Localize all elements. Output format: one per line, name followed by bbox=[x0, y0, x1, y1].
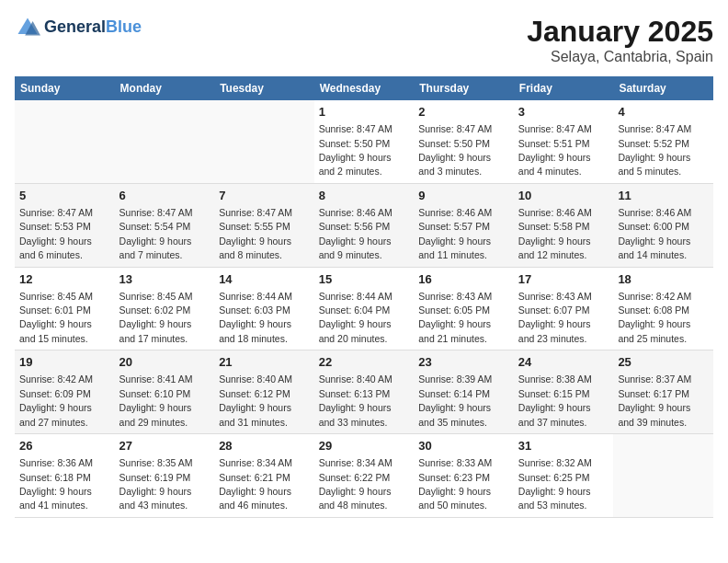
day-number: 9 bbox=[418, 188, 509, 204]
day-number: 30 bbox=[418, 438, 509, 454]
day-number: 19 bbox=[19, 354, 110, 371]
main-title: January 2025 bbox=[527, 15, 713, 49]
calendar-cell: 2Sunrise: 8:47 AM Sunset: 5:50 PM Daylig… bbox=[414, 100, 514, 183]
day-info: Sunrise: 8:47 AM Sunset: 5:51 PM Dayligh… bbox=[518, 123, 592, 177]
calendar-cell: 24Sunrise: 8:38 AM Sunset: 6:15 PM Dayli… bbox=[514, 350, 614, 434]
calendar-cell: 27Sunrise: 8:35 AM Sunset: 6:19 PM Dayli… bbox=[115, 434, 215, 518]
day-info: Sunrise: 8:47 AM Sunset: 5:53 PM Dayligh… bbox=[19, 207, 93, 260]
calendar-cell: 10Sunrise: 8:46 AM Sunset: 5:58 PM Dayli… bbox=[514, 183, 614, 267]
calendar-cell: 14Sunrise: 8:44 AM Sunset: 6:03 PM Dayli… bbox=[214, 267, 314, 350]
calendar-cell: 9Sunrise: 8:46 AM Sunset: 5:57 PM Daylig… bbox=[414, 183, 514, 267]
calendar-week-row: 5Sunrise: 8:47 AM Sunset: 5:53 PM Daylig… bbox=[15, 183, 713, 267]
day-info: Sunrise: 8:34 AM Sunset: 6:21 PM Dayligh… bbox=[219, 457, 292, 511]
day-info: Sunrise: 8:41 AM Sunset: 6:10 PM Dayligh… bbox=[119, 373, 193, 427]
day-number: 31 bbox=[518, 438, 609, 454]
day-number: 1 bbox=[319, 104, 410, 121]
title-block: January 2025 Selaya, Cantabria, Spain bbox=[527, 15, 713, 65]
day-number: 5 bbox=[19, 188, 110, 204]
day-number: 4 bbox=[618, 104, 709, 121]
logo-text: GeneralBlue bbox=[44, 18, 142, 37]
calendar-cell: 20Sunrise: 8:41 AM Sunset: 6:10 PM Dayli… bbox=[115, 350, 215, 434]
calendar-cell: 29Sunrise: 8:34 AM Sunset: 6:22 PM Dayli… bbox=[314, 434, 415, 518]
day-info: Sunrise: 8:40 AM Sunset: 6:13 PM Dayligh… bbox=[319, 373, 392, 427]
calendar-cell: 18Sunrise: 8:42 AM Sunset: 6:08 PM Dayli… bbox=[613, 267, 713, 350]
day-number: 23 bbox=[418, 354, 509, 371]
subtitle: Selaya, Cantabria, Spain bbox=[527, 49, 713, 65]
calendar-cell: 30Sunrise: 8:33 AM Sunset: 6:23 PM Dayli… bbox=[414, 434, 514, 518]
day-number: 14 bbox=[219, 271, 310, 288]
calendar-cell: 13Sunrise: 8:45 AM Sunset: 6:02 PM Dayli… bbox=[115, 267, 215, 350]
day-number: 17 bbox=[518, 271, 609, 288]
calendar-cell: 8Sunrise: 8:46 AM Sunset: 5:56 PM Daylig… bbox=[314, 183, 415, 267]
calendar-cell: 3Sunrise: 8:47 AM Sunset: 5:51 PM Daylig… bbox=[514, 100, 614, 183]
weekday-header: Monday bbox=[115, 76, 215, 100]
calendar-week-row: 19Sunrise: 8:42 AM Sunset: 6:09 PM Dayli… bbox=[15, 350, 713, 434]
weekday-header-row: SundayMondayTuesdayWednesdayThursdayFrid… bbox=[15, 76, 713, 100]
calendar-cell: 7Sunrise: 8:47 AM Sunset: 5:55 PM Daylig… bbox=[214, 183, 314, 267]
day-info: Sunrise: 8:45 AM Sunset: 6:01 PM Dayligh… bbox=[19, 291, 93, 344]
day-number: 8 bbox=[319, 188, 410, 204]
day-number: 3 bbox=[518, 104, 609, 121]
weekday-header: Tuesday bbox=[214, 76, 314, 100]
calendar-cell: 31Sunrise: 8:32 AM Sunset: 6:25 PM Dayli… bbox=[514, 434, 614, 518]
day-info: Sunrise: 8:35 AM Sunset: 6:19 PM Dayligh… bbox=[119, 457, 193, 511]
calendar-week-row: 26Sunrise: 8:36 AM Sunset: 6:18 PM Dayli… bbox=[15, 434, 713, 518]
day-info: Sunrise: 8:47 AM Sunset: 5:50 PM Dayligh… bbox=[418, 123, 492, 177]
day-number: 16 bbox=[418, 271, 509, 288]
day-info: Sunrise: 8:42 AM Sunset: 6:09 PM Dayligh… bbox=[19, 373, 93, 427]
day-info: Sunrise: 8:32 AM Sunset: 6:25 PM Dayligh… bbox=[518, 457, 592, 511]
logo-icon bbox=[15, 15, 40, 40]
calendar-cell: 23Sunrise: 8:39 AM Sunset: 6:14 PM Dayli… bbox=[414, 350, 514, 434]
calendar-cell: 28Sunrise: 8:34 AM Sunset: 6:21 PM Dayli… bbox=[214, 434, 314, 518]
day-info: Sunrise: 8:43 AM Sunset: 6:05 PM Dayligh… bbox=[418, 291, 492, 344]
weekday-header: Thursday bbox=[414, 76, 514, 100]
day-number: 11 bbox=[618, 188, 709, 204]
day-number: 13 bbox=[119, 271, 210, 288]
page-header: GeneralBlue January 2025 Selaya, Cantabr… bbox=[15, 15, 713, 65]
day-info: Sunrise: 8:36 AM Sunset: 6:18 PM Dayligh… bbox=[19, 457, 93, 511]
calendar-cell: 19Sunrise: 8:42 AM Sunset: 6:09 PM Dayli… bbox=[15, 350, 115, 434]
logo: GeneralBlue bbox=[15, 15, 142, 40]
day-number: 18 bbox=[618, 271, 709, 288]
day-info: Sunrise: 8:46 AM Sunset: 6:00 PM Dayligh… bbox=[618, 207, 691, 260]
weekday-header: Wednesday bbox=[314, 76, 415, 100]
calendar-cell: 6Sunrise: 8:47 AM Sunset: 5:54 PM Daylig… bbox=[115, 183, 215, 267]
calendar-cell: 21Sunrise: 8:40 AM Sunset: 6:12 PM Dayli… bbox=[214, 350, 314, 434]
day-number: 2 bbox=[418, 104, 509, 121]
calendar-cell: 15Sunrise: 8:44 AM Sunset: 6:04 PM Dayli… bbox=[314, 267, 415, 350]
calendar-cell bbox=[15, 100, 115, 183]
calendar-week-row: 1Sunrise: 8:47 AM Sunset: 5:50 PM Daylig… bbox=[15, 100, 713, 183]
day-info: Sunrise: 8:47 AM Sunset: 5:54 PM Dayligh… bbox=[119, 207, 193, 260]
calendar-cell: 1Sunrise: 8:47 AM Sunset: 5:50 PM Daylig… bbox=[314, 100, 415, 183]
calendar-cell: 4Sunrise: 8:47 AM Sunset: 5:52 PM Daylig… bbox=[613, 100, 713, 183]
weekday-header: Friday bbox=[514, 76, 614, 100]
calendar-cell: 17Sunrise: 8:43 AM Sunset: 6:07 PM Dayli… bbox=[514, 267, 614, 350]
calendar-cell: 25Sunrise: 8:37 AM Sunset: 6:17 PM Dayli… bbox=[613, 350, 713, 434]
calendar-cell: 11Sunrise: 8:46 AM Sunset: 6:00 PM Dayli… bbox=[613, 183, 713, 267]
weekday-header: Saturday bbox=[613, 76, 713, 100]
day-info: Sunrise: 8:42 AM Sunset: 6:08 PM Dayligh… bbox=[618, 291, 691, 344]
day-number: 29 bbox=[319, 438, 410, 454]
day-info: Sunrise: 8:38 AM Sunset: 6:15 PM Dayligh… bbox=[518, 373, 592, 427]
day-info: Sunrise: 8:47 AM Sunset: 5:55 PM Dayligh… bbox=[219, 207, 292, 260]
day-info: Sunrise: 8:39 AM Sunset: 6:14 PM Dayligh… bbox=[418, 373, 492, 427]
day-info: Sunrise: 8:37 AM Sunset: 6:17 PM Dayligh… bbox=[618, 373, 691, 427]
day-number: 21 bbox=[219, 354, 310, 371]
day-info: Sunrise: 8:46 AM Sunset: 5:57 PM Dayligh… bbox=[418, 207, 492, 260]
day-info: Sunrise: 8:46 AM Sunset: 5:58 PM Dayligh… bbox=[518, 207, 592, 260]
day-number: 6 bbox=[119, 188, 210, 204]
day-number: 15 bbox=[319, 271, 410, 288]
calendar-cell bbox=[115, 100, 215, 183]
day-info: Sunrise: 8:47 AM Sunset: 5:50 PM Dayligh… bbox=[319, 123, 392, 177]
day-info: Sunrise: 8:47 AM Sunset: 5:52 PM Dayligh… bbox=[618, 123, 691, 177]
calendar-week-row: 12Sunrise: 8:45 AM Sunset: 6:01 PM Dayli… bbox=[15, 267, 713, 350]
weekday-header: Sunday bbox=[15, 76, 115, 100]
day-number: 10 bbox=[518, 188, 609, 204]
day-info: Sunrise: 8:33 AM Sunset: 6:23 PM Dayligh… bbox=[418, 457, 492, 511]
day-number: 26 bbox=[19, 438, 110, 454]
day-info: Sunrise: 8:44 AM Sunset: 6:04 PM Dayligh… bbox=[319, 291, 392, 344]
calendar-cell bbox=[214, 100, 314, 183]
day-number: 25 bbox=[618, 354, 709, 371]
calendar-cell: 26Sunrise: 8:36 AM Sunset: 6:18 PM Dayli… bbox=[15, 434, 115, 518]
day-number: 24 bbox=[518, 354, 609, 371]
